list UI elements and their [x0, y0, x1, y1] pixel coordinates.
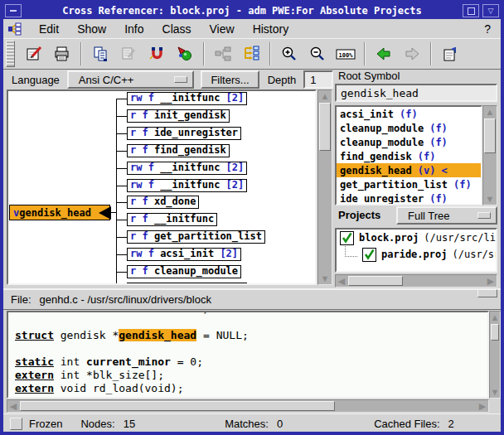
- graph-connector-line: [116, 254, 127, 255]
- source-code-view[interactable]: */struct gendisk *gendisk_head = NULL;st…: [7, 311, 489, 399]
- projects-horizontal-scrollbar[interactable]: ◀ ▶: [335, 274, 497, 288]
- node-name: find_gendisk: [154, 144, 226, 156]
- symbol-type: (v): [418, 165, 436, 176]
- properties-button[interactable]: [437, 42, 463, 65]
- project-checkbox[interactable]: [362, 248, 376, 262]
- projects-view-dropdown[interactable]: Full Tree: [396, 206, 497, 225]
- code-horizontal-scrollbar[interactable]: ◀ ▶: [7, 399, 489, 413]
- node-name: __initfunc: [160, 162, 220, 173]
- pane-divider-handle[interactable]: [477, 289, 497, 297]
- zoom-100-button[interactable]: 100%: [332, 42, 359, 65]
- symbol-type: (f): [400, 109, 418, 120]
- toolbar-separator: [364, 42, 366, 65]
- scroll-left-icon[interactable]: ◀: [336, 275, 347, 287]
- maximize-button[interactable]: [463, 4, 479, 17]
- code-vertical-scrollbar[interactable]: ▲ ▼: [489, 311, 501, 399]
- code-token: void rd_load(void);: [54, 382, 184, 394]
- zoom-in-icon: [280, 46, 298, 62]
- depth-field[interactable]: 1: [303, 70, 333, 89]
- symbol-scroll-thumb[interactable]: [484, 118, 496, 153]
- title-bar[interactable]: Cross Referencer: block.proj - adm PWE:F…: [3, 2, 501, 19]
- option-menu-indicator-icon: [477, 212, 491, 219]
- root-symbol-field[interactable]: gendisk_head: [335, 84, 497, 102]
- node-kind-flag: f: [148, 92, 160, 104]
- graph-node-initfunc[interactable]: rw f __initfunc [2]: [127, 179, 247, 192]
- project-tree-item[interactable]: paride.proj(/usr/src: [337, 246, 496, 263]
- node-kind-flag: f: [142, 213, 153, 225]
- menu-item-view[interactable]: View: [210, 22, 235, 36]
- toolbar-grip[interactable]: [6, 41, 15, 67]
- symbol-list-item[interactable]: cleanup_module(f): [337, 121, 481, 135]
- symbol-list-item[interactable]: find_gendisk(f): [337, 149, 481, 163]
- shade-button[interactable]: ▽: [482, 4, 499, 17]
- menu-item-info[interactable]: Info: [124, 22, 143, 36]
- forward-button[interactable]: [399, 42, 425, 65]
- frozen-checkbox[interactable]: [10, 418, 22, 430]
- language-dropdown[interactable]: Ansi C/C++: [67, 70, 195, 89]
- graph-node-initfunc[interactable]: rw f __initfunc [2]: [127, 283, 247, 285]
- zoom-in-button[interactable]: [276, 42, 303, 65]
- graph-node-xd_done[interactable]: r f xd_done: [127, 196, 199, 209]
- edit-button[interactable]: [21, 42, 47, 65]
- graph-root-node[interactable]: v gendisk_head: [9, 205, 110, 220]
- back-button[interactable]: [371, 42, 397, 65]
- node-name: cleanup_module: [154, 265, 238, 277]
- tree-plain-button[interactable]: [210, 42, 236, 65]
- scroll-down-icon[interactable]: ▼: [489, 386, 501, 398]
- scroll-up-icon[interactable]: ▲: [484, 106, 496, 118]
- print-button[interactable]: [49, 42, 75, 65]
- graph-node-acsi_init[interactable]: rw f acsi_init [2]: [127, 248, 241, 261]
- tree-detail-button[interactable]: [238, 42, 264, 65]
- graph-node-get_partition_list[interactable]: r f get_partition_list: [127, 230, 265, 244]
- symbol-list-scrollbar[interactable]: ▲ ▼: [482, 105, 497, 205]
- symbol-list-item[interactable]: gendisk_head(v)<: [337, 163, 481, 177]
- symbol-list-item[interactable]: acsi_init(f): [337, 107, 481, 121]
- scroll-right-icon[interactable]: ▶: [485, 275, 497, 287]
- projects-hscroll-thumb[interactable]: [348, 276, 403, 286]
- graph-node-initfunc[interactable]: rw f __initfunc [2]: [127, 162, 247, 175]
- graph-node-initfunc[interactable]: rw f __initfunc [2]: [127, 92, 247, 105]
- scroll-down-icon[interactable]: ▼: [484, 193, 496, 205]
- graph-node-initfunc[interactable]: r f __initfunc: [127, 213, 217, 226]
- scroll-right-icon[interactable]: ▶: [477, 400, 488, 412]
- filters-button[interactable]: Filters...: [201, 70, 259, 89]
- node-access-flag: rw: [130, 283, 148, 285]
- scroll-up-icon[interactable]: ▲: [319, 90, 331, 102]
- code-token: extern: [15, 369, 54, 381]
- code-vscroll-thumb[interactable]: [491, 324, 499, 341]
- graph-vscroll-thumb[interactable]: [319, 103, 331, 151]
- code-hscroll-thumb[interactable]: [20, 401, 335, 411]
- symbol-list-item[interactable]: ide_unregister(f): [337, 191, 481, 205]
- graph-vertical-scrollbar[interactable]: ▲ ▼: [317, 89, 332, 285]
- menu-item-edit[interactable]: Edit: [39, 22, 59, 36]
- graph-node-find_gendisk[interactable]: r f find_gendisk: [127, 144, 230, 157]
- scroll-left-icon[interactable]: ◀: [7, 400, 19, 412]
- window-menu-button[interactable]: [5, 4, 22, 17]
- depth-label: Depth: [268, 74, 297, 86]
- zoom-out-button[interactable]: [304, 42, 331, 65]
- symbol-list-item[interactable]: cleanup_module(f): [337, 135, 481, 149]
- cached-files-value: 2: [448, 418, 454, 430]
- code-token: = 0;: [171, 355, 203, 368]
- help-menu[interactable]: ?: [484, 22, 491, 36]
- graph-node-ide_unregister[interactable]: r f ide_unregister: [127, 127, 241, 140]
- symbol-list-item[interactable]: get_partition_list(f): [337, 177, 481, 191]
- project-tree-item[interactable]: block.proj(/usr/src/li: [337, 230, 496, 246]
- node-access-flag: r: [130, 230, 142, 242]
- menu-item-history[interactable]: History: [253, 22, 289, 36]
- menu-item-show[interactable]: Show: [77, 22, 106, 36]
- file-label: File:: [11, 293, 32, 306]
- file-bar: File: genhd.c - /usr/src/linux/drivers/b…: [3, 288, 501, 310]
- menu-item-class[interactable]: Class: [162, 22, 191, 36]
- node-name: init_gendisk: [154, 109, 226, 121]
- graph-node-init_gendisk[interactable]: r f init_gendisk: [127, 109, 230, 123]
- scroll-down-icon[interactable]: ▼: [319, 273, 331, 284]
- graph-node-cleanup_module[interactable]: r f cleanup_module: [127, 265, 241, 278]
- scroll-up-icon[interactable]: ▲: [489, 312, 501, 323]
- copy-button[interactable]: [87, 42, 114, 65]
- project-name: block.proj: [359, 232, 419, 244]
- launch-button[interactable]: [172, 42, 198, 65]
- project-checkbox[interactable]: [340, 231, 354, 245]
- paste-button[interactable]: [115, 42, 142, 65]
- magnet-button[interactable]: [143, 42, 170, 65]
